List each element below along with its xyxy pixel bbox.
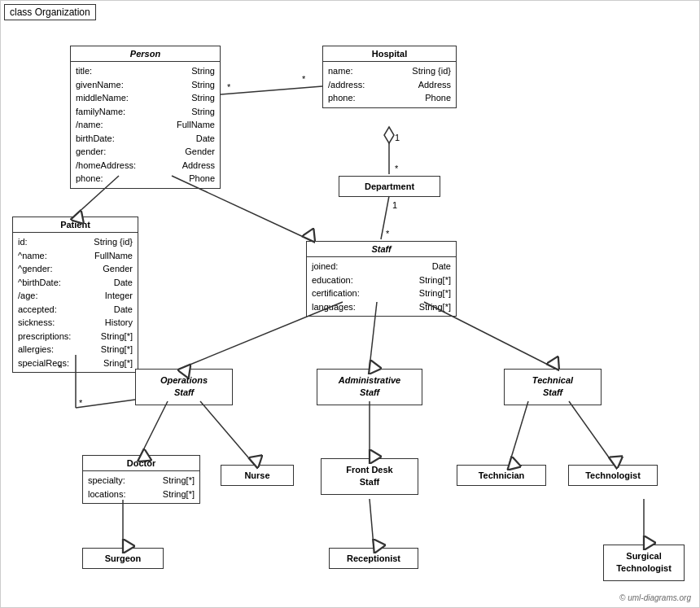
svg-text:1: 1 [395, 133, 400, 142]
svg-line-27 [370, 499, 374, 546]
copyright: © uml-diagrams.org [619, 593, 691, 602]
doctor-body: specialty:String[*] locations:String[*] [83, 471, 199, 503]
front-desk-class: Front DeskStaff [321, 458, 418, 495]
hospital-class: Hospital name:String {id} /address:Addre… [322, 46, 457, 108]
staff-class: Staff joined:Date education:String[*] ce… [306, 241, 457, 317]
hospital-header: Hospital [323, 46, 456, 62]
svg-text:*: * [386, 229, 390, 238]
svg-line-21 [141, 401, 168, 455]
svg-line-24 [510, 401, 528, 463]
svg-text:*: * [227, 82, 231, 92]
patient-class: Patient id:String {id} ^name:FullName ^g… [12, 217, 138, 373]
surgical-technologist-class: SurgicalTechnologist [603, 545, 685, 581]
hospital-body: name:String {id} /address:Address phone:… [323, 62, 456, 107]
svg-line-2 [221, 86, 322, 94]
patient-body: id:String {id} ^name:FullName ^gender:Ge… [13, 233, 138, 372]
svg-text:*: * [79, 398, 83, 408]
operations-staff-class: OperationsStaff [135, 369, 233, 405]
svg-line-9 [381, 196, 389, 239]
technical-staff-class: TechnicalStaff [504, 369, 602, 405]
admin-staff-class: AdministrativeStaff [317, 369, 422, 405]
person-class: Person title:String givenName:String mid… [70, 46, 221, 189]
person-header: Person [71, 46, 220, 62]
svg-text:*: * [302, 74, 306, 84]
doctor-header: Doctor [83, 456, 199, 471]
receptionist-class: Receptionist [329, 548, 418, 569]
surgeon-class: Surgeon [82, 548, 164, 569]
svg-text:*: * [395, 164, 399, 173]
svg-line-15 [76, 400, 135, 408]
nurse-class: Nurse [221, 465, 294, 486]
patient-header: Patient [13, 217, 138, 233]
doctor-class: Doctor specialty:String[*] locations:Str… [82, 455, 200, 504]
diagram-title: class Organization [4, 4, 96, 20]
department-class: Department [339, 176, 440, 197]
svg-text:1: 1 [392, 200, 397, 210]
technologist-class: Technologist [568, 465, 658, 486]
staff-body: joined:Date education:String[*] certific… [307, 257, 456, 316]
technician-class: Technician [457, 465, 546, 486]
diagram-container: class Organization Person title:String g… [0, 0, 700, 608]
staff-header: Staff [307, 242, 456, 257]
person-body: title:String givenName:String middleName… [71, 62, 220, 188]
svg-marker-6 [384, 127, 394, 143]
svg-line-22 [200, 401, 253, 463]
svg-line-25 [569, 401, 613, 463]
